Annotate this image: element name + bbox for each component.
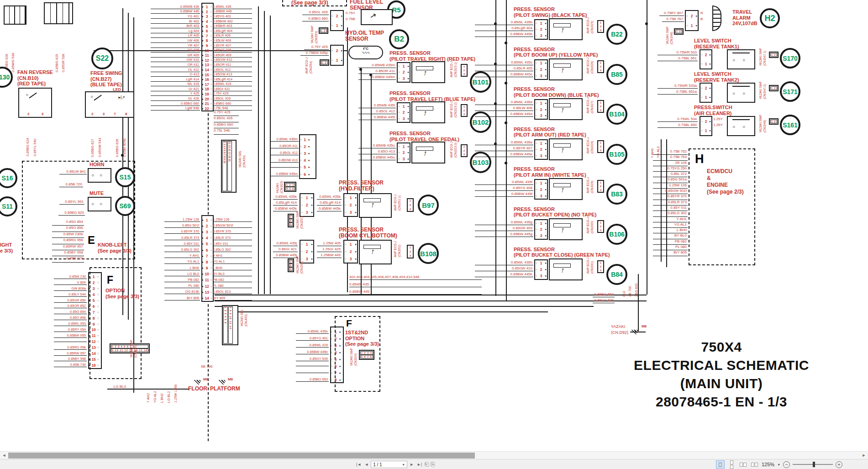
yazaki-sdl-a54-label: YAZAKI SDL(CN.A54)	[238, 151, 246, 168]
component-id: B104	[606, 104, 627, 125]
previous-page-button[interactable]: ◄	[363, 462, 369, 467]
component-id: B83	[606, 184, 627, 205]
wire-label: BY BL0	[653, 233, 688, 239]
connector-row: 0.85LG 302 ● 6 ○ 0.85LG 302	[164, 247, 252, 253]
pdf-page-canvas[interactable]: 0.85BG 628 0.85WG 538 0.85BG 625 0.85GR …	[0, 0, 868, 451]
h-block-title: ECM/DCU&ENGINE(See page 2/3)	[707, 168, 744, 195]
connector-row: YG 401 ● 3 ○ 0.85YG 401	[151, 14, 252, 19]
yazaki-d53-icon: 1 2	[319, 27, 328, 34]
switch-block: LEVEL SWITCH(RESERVE TANK2) 0.75WR 533a …	[658, 71, 799, 105]
wire-label: 0.85GL 426	[214, 116, 239, 122]
switch-symbol: ○○	[727, 116, 755, 136]
component-id-B2: B2	[389, 29, 409, 49]
switch-block: LEVEL SWITCH(RESERVE TANK1) 0.75WR 533 0…	[658, 38, 799, 71]
connector-row: 0.85YR 370 ● 3 ○ 0.85YR 370	[164, 229, 252, 235]
sensor-symbol: ↑	[549, 18, 583, 40]
yazaki-connector-label: YAZAKI SWP(CN.D48)	[759, 115, 766, 132]
wire-label: 0.85YL 591	[59, 200, 84, 205]
drawing-title: ELECTRICAL SCHEMATIC	[623, 356, 820, 374]
boom-connector-2: ○1● ○2● ○3●	[343, 240, 358, 263]
boom-cyl-title: PRESS. SENSOR(BOOM CYL.BOTTOM)	[339, 227, 397, 238]
wire-label: 0.85BW 445d	[475, 112, 533, 117]
zoom-slider[interactable]	[793, 464, 833, 465]
component-id: B22	[606, 24, 627, 45]
sensor-symbol: ↑	[549, 218, 583, 240]
scroll-right-arrow-icon[interactable]: ►	[860, 452, 868, 459]
zoom-in-button[interactable]: +	[836, 461, 842, 468]
wire-label: 0.85LR 373	[653, 200, 688, 206]
wire-label: LG BL0	[109, 385, 127, 389]
page-dropdown-icon[interactable]: ▼	[402, 463, 405, 466]
wire-label: 1.25W 126b	[174, 353, 178, 403]
f2-letter: F	[346, 318, 352, 329]
mute-switch: ○○	[88, 197, 111, 211]
f-vertical-wires: Y AH2YG AL2L BH2LG BL21.25W 126b	[146, 353, 178, 403]
fan-reverse-switch: ○ 2 3	[18, 88, 52, 118]
scrollbar-thumb[interactable]	[8, 453, 475, 458]
wire-label: 0.85B 720	[59, 182, 83, 187]
wire-label: 0.85WL 435c	[475, 60, 533, 65]
connector-row: LG BL0 ● 10 ○ BY BL0	[164, 271, 252, 277]
yazaki-sdl-a53-icon: 1 2 3 4 5 67 8 9 10 12 14	[222, 305, 238, 345]
next-page-button[interactable]: ►	[409, 462, 415, 467]
zoom-slider-handle[interactable]	[813, 462, 815, 467]
scroll-left-arrow-icon[interactable]: ◄	[0, 452, 8, 459]
two-page-view-button[interactable]	[739, 460, 747, 469]
wire-label: 0.85BG 660	[302, 16, 329, 21]
wire-label: 0.85WB 435u	[358, 143, 396, 148]
wire-label: 0.85WG 538	[11, 28, 15, 72]
wire-label	[713, 50, 725, 51]
first-page-button[interactable]: |◄	[355, 462, 362, 467]
yazaki-d23-label: YAZAKI(CN.D23)	[276, 181, 283, 193]
yazaki-d23-icon: 1 2 34 5 6	[284, 182, 296, 192]
wire-label: 0.85BG 653	[593, 292, 615, 297]
connector-row: GL 426 ● 20 ○ 0.85GL 426	[151, 96, 252, 101]
connector-row: 0.85G 501f ● 2 ○ 0.85GW 501f	[164, 223, 252, 229]
wire-label: Y AH2	[146, 353, 150, 403]
connector-row: 1.25W 126 ● 1 ○ 1.25W 126	[164, 217, 252, 223]
connector-row: 0.85LR 373 ● 4 ○ 0.85LR 373	[164, 235, 252, 241]
wire-label: 0.85LgR 414	[317, 200, 342, 206]
horizontal-scrollbar[interactable]: ◄ ►	[0, 451, 868, 459]
wire-label: BrY 805	[653, 250, 688, 256]
amp-d54-label: AMP ECO-J(CN.D54)	[305, 58, 312, 74]
amp-d54-icon: 1 2	[320, 59, 329, 66]
amp-connector-icon: 123	[461, 64, 468, 77]
connector-row: 0.85RG 956 ● 13 ○	[54, 345, 99, 351]
connector-row: 0.85BW 445n ○ 4 ●	[296, 349, 341, 356]
wire-label: 0.85BG 628	[5, 28, 9, 72]
connector-row: 0.85WL 415 ○ 3 ●	[296, 342, 341, 349]
connector-row: ● 12 ○	[54, 339, 99, 345]
page-number-input[interactable]: 1 / 1 ▼	[371, 461, 407, 468]
wire-label: 0.85GY 539	[593, 298, 615, 303]
wire-label: 0.85BW 445c	[475, 72, 533, 77]
wire-label: 0.75Y 425	[304, 45, 329, 50]
amp-connector-icon: 123	[597, 260, 604, 273]
next-view-icon[interactable]: ⎘	[431, 461, 435, 468]
connector-row: ○ 5 ●	[270, 164, 310, 171]
component-id: S171	[780, 81, 800, 102]
connector-row: 0.85G 854 ● 7 ○	[54, 309, 99, 315]
zoom-out-button[interactable]: −	[783, 461, 790, 468]
amp-connector-label: AMP ECO-J(CN.D31)	[586, 258, 594, 274]
sensor-connector: ○1● ○2● ○3●	[534, 219, 548, 240]
component-id: B106	[606, 224, 627, 245]
wire-label: 0.85LR 405	[475, 66, 533, 71]
connector-22pin: 0.85WB 435 ● 1 ○ 0.85WL 435 0.85BW 445 ●…	[151, 5, 252, 111]
zoom-dropdown-icon[interactable]: ▼	[777, 463, 780, 466]
amp-connector-icon: 123	[461, 104, 468, 117]
amp-connector-icon: 123	[597, 140, 604, 153]
wire-label: 0.85WL 435k	[317, 195, 342, 200]
wire-label: 0.85L 372	[653, 172, 688, 177]
connector-topleft-1	[4, 5, 26, 25]
two-page-continuous-view-button[interactable]	[750, 460, 759, 469]
amp-connector-label: AMP ECO-J(CN.D30)	[586, 217, 594, 233]
continuous-view-button[interactable]	[727, 460, 736, 469]
last-page-button[interactable]: ►|	[416, 462, 423, 467]
single-page-view-button[interactable]	[716, 460, 725, 469]
knob-left-title: KNOB-LEFT(See page 3/3)	[98, 242, 132, 253]
yazaki-connector-label: YAZAKI SWP(CN.D47-1)	[759, 48, 766, 66]
previous-view-icon[interactable]: ⎗	[424, 461, 429, 468]
drawing-subtitle: (MAIN UNIT)	[623, 374, 820, 393]
connector-topleft-2	[44, 2, 73, 24]
